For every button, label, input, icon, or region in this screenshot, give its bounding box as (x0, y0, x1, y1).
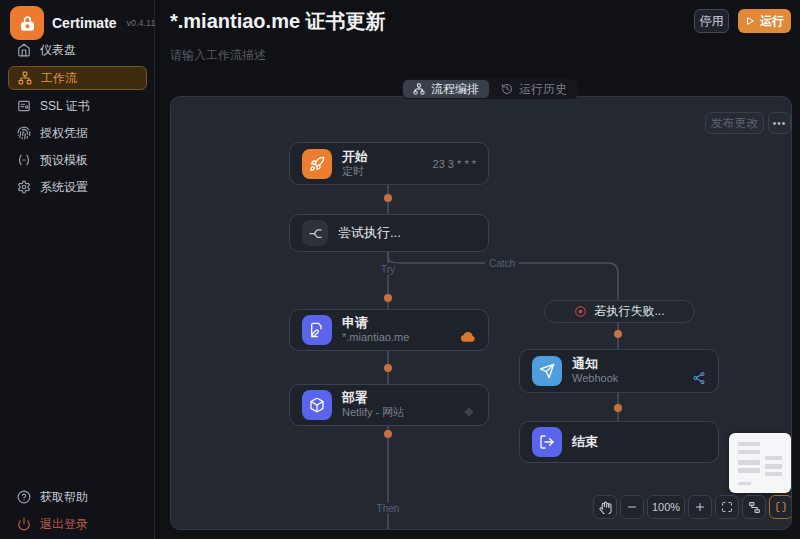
node-title: 尝试执行... (338, 225, 401, 241)
play-icon (745, 16, 755, 26)
publish-changes-label: 发布更改 (711, 115, 759, 132)
minimap-node (738, 442, 760, 446)
sidebar-item-templates[interactable]: 预设模板 (8, 148, 147, 172)
node-text: 开始 定时 (342, 149, 368, 179)
zoom-level[interactable]: 100% (647, 495, 685, 519)
node-text: 申请 *.miantiao.me (342, 315, 409, 345)
canvas-toolbar: 100% (593, 495, 792, 519)
history-clock-icon (501, 83, 513, 95)
node-title: 部署 (342, 390, 404, 406)
sidebar-item-logout[interactable]: 退出登录 (8, 512, 147, 536)
minimap-node (738, 460, 760, 465)
more-options-button[interactable]: ••• (768, 112, 791, 134)
minimap-node (765, 472, 782, 476)
sidebar-item-label: SSL 证书 (40, 98, 90, 115)
sidebar-item-settings[interactable]: 系统设置 (8, 175, 147, 199)
fit-view-button[interactable] (715, 495, 739, 519)
disable-button[interactable]: 停用 (694, 9, 729, 33)
node-try-block[interactable]: 尝试执行... (289, 214, 489, 252)
minimap-node (765, 456, 782, 460)
node-text: 通知 Webhook (572, 356, 618, 386)
auto-layout-button[interactable] (742, 495, 766, 519)
tab-label: 运行历史 (519, 81, 567, 98)
certimate-logo (10, 6, 44, 40)
sidebar-item-dashboard[interactable]: 仪表盘 (8, 38, 147, 62)
node-title: 申请 (342, 315, 409, 331)
brackets-dash-icon (17, 153, 31, 167)
node-title: 结束 (572, 434, 598, 450)
page-title: *.miantiao.me 证书更新 (170, 8, 386, 35)
node-apply[interactable]: 申请 *.miantiao.me (289, 309, 489, 351)
branch-label-try: Try (377, 264, 399, 275)
maximize-icon (721, 501, 733, 513)
brand: Certimate v0.4.11 (10, 6, 155, 40)
run-button-label: 运行 (760, 13, 784, 30)
tab-run-history[interactable]: 运行历史 (491, 80, 577, 98)
sidebar-item-label: 工作流 (41, 70, 77, 87)
node-deploy[interactable]: 部署 Netlify - 网站 (289, 384, 489, 426)
node-end[interactable]: 结束 (519, 421, 719, 463)
netlify-icon (462, 407, 476, 417)
fingerprint-icon (17, 126, 31, 140)
aliyun-cloud-icon (460, 331, 476, 343)
branch-label-then: Then (373, 503, 404, 514)
lock-icon (19, 15, 36, 32)
minimap-node (765, 464, 782, 469)
workflow-description-input[interactable]: 请输入工作流描述 (170, 47, 266, 64)
node-title: 开始 (342, 149, 368, 165)
webhook-icon (692, 371, 706, 385)
sidebar-item-label: 仪表盘 (40, 42, 76, 59)
workflow-canvas[interactable]: Try Catch Then 发布更改 ••• 开始 定时 23 3 * * * (170, 96, 792, 530)
minus-icon (626, 501, 638, 513)
run-button[interactable]: 运行 (738, 9, 791, 33)
tab-label: 流程编排 (431, 81, 479, 98)
workflow-icon (18, 71, 32, 85)
zoom-out-button[interactable] (620, 495, 644, 519)
node-notify[interactable]: 通知 Webhook (519, 349, 719, 393)
help-circle-icon (17, 490, 31, 504)
rocket-icon (302, 149, 332, 179)
sidebar-item-label: 系统设置 (40, 179, 88, 196)
minimap-toggle-button[interactable] (769, 495, 792, 519)
flow-icon (413, 83, 425, 95)
sidebar-item-workflows[interactable]: 工作流 (8, 66, 147, 90)
file-pen-icon (302, 315, 332, 345)
publish-changes-button[interactable]: 发布更改 (705, 112, 764, 134)
node-subtitle: 定时 (342, 165, 368, 179)
sidebar-item-credentials[interactable]: 授权凭据 (8, 121, 147, 145)
power-icon (17, 517, 31, 531)
gear-icon (17, 180, 31, 194)
send-icon (532, 356, 562, 386)
node-text: 部署 Netlify - 网站 (342, 390, 404, 420)
minimap-node (738, 482, 751, 485)
layout-flow-icon (748, 501, 761, 514)
minimap-node (738, 450, 760, 454)
brand-version: v0.4.11 (127, 18, 156, 28)
brackets-icon (775, 501, 787, 513)
hand-icon (599, 501, 612, 514)
sidebar: Certimate v0.4.11 仪表盘 工作流 SSL 证书 (0, 0, 155, 539)
node-subtitle: Webhook (572, 372, 618, 386)
sidebar-item-label: 获取帮助 (40, 489, 88, 506)
node-on-failure[interactable]: 若执行失败... (544, 300, 695, 323)
sidebar-item-help[interactable]: 获取帮助 (8, 485, 147, 509)
zoom-in-button[interactable] (688, 495, 712, 519)
node-subtitle: *.miantiao.me (342, 331, 409, 345)
log-out-icon (532, 427, 562, 457)
home-icon (17, 43, 31, 57)
ellipsis-icon: ••• (773, 118, 787, 129)
alert-circle-icon (574, 305, 587, 318)
view-tabbar: 流程编排 运行历史 (402, 79, 578, 99)
tab-flow-editor[interactable]: 流程编排 (403, 80, 489, 98)
sidebar-item-label: 授权凭据 (40, 125, 88, 142)
split-icon (302, 220, 328, 246)
package-icon (302, 390, 332, 420)
sidebar-item-certificates[interactable]: SSL 证书 (8, 94, 147, 118)
pan-hand-button[interactable] (593, 495, 617, 519)
sidebar-item-label: 退出登录 (40, 516, 88, 533)
minimap[interactable] (729, 433, 791, 493)
node-subtitle: Netlify - 网站 (342, 406, 404, 420)
minimap-node (738, 468, 760, 473)
disable-button-label: 停用 (700, 13, 724, 30)
node-start[interactable]: 开始 定时 23 3 * * * (289, 142, 489, 185)
